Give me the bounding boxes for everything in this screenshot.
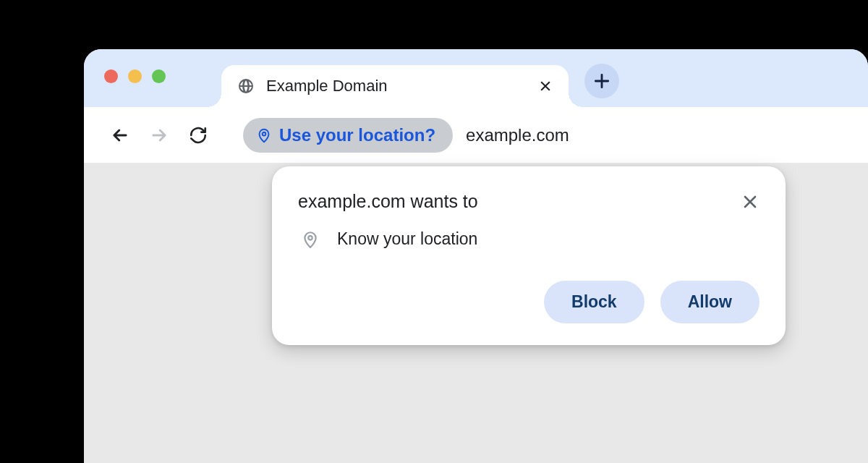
permission-chip-label: Use your location?	[279, 125, 435, 145]
dialog-actions: Block Allow	[298, 281, 760, 323]
location-pin-icon	[301, 230, 320, 249]
tab-close-button[interactable]	[538, 79, 553, 93]
browser-toolbar: Use your location? example.com	[84, 107, 868, 163]
dialog-title: example.com wants to	[298, 191, 478, 212]
permission-chip[interactable]: Use your location?	[243, 118, 453, 153]
dialog-close-button[interactable]	[741, 192, 760, 211]
reload-button[interactable]	[182, 119, 214, 151]
window-controls	[104, 69, 166, 83]
address-bar[interactable]: Use your location? example.com	[243, 118, 569, 153]
dialog-header: example.com wants to	[298, 191, 760, 212]
block-button[interactable]: Block	[544, 281, 644, 323]
location-pin-icon	[256, 127, 272, 143]
svg-point-1	[308, 236, 312, 239]
allow-button[interactable]: Allow	[660, 281, 760, 323]
dialog-permission-label: Know your location	[337, 229, 477, 249]
svg-point-0	[263, 132, 266, 135]
back-button[interactable]	[104, 119, 136, 151]
forward-button[interactable]	[143, 119, 175, 151]
permission-dialog: example.com wants to Know your location …	[272, 166, 786, 345]
globe-icon	[237, 77, 255, 95]
browser-window: Example Domain Use your location?	[84, 49, 868, 463]
new-tab-button[interactable]	[584, 64, 619, 98]
dialog-permission-row: Know your location	[298, 229, 760, 249]
window-close-button[interactable]	[104, 69, 118, 83]
browser-tab[interactable]: Example Domain	[221, 65, 569, 107]
url-text: example.com	[466, 125, 569, 145]
window-maximize-button[interactable]	[152, 69, 166, 83]
window-minimize-button[interactable]	[128, 69, 142, 83]
tab-title: Example Domain	[266, 77, 527, 95]
tab-bar: Example Domain	[84, 49, 868, 107]
